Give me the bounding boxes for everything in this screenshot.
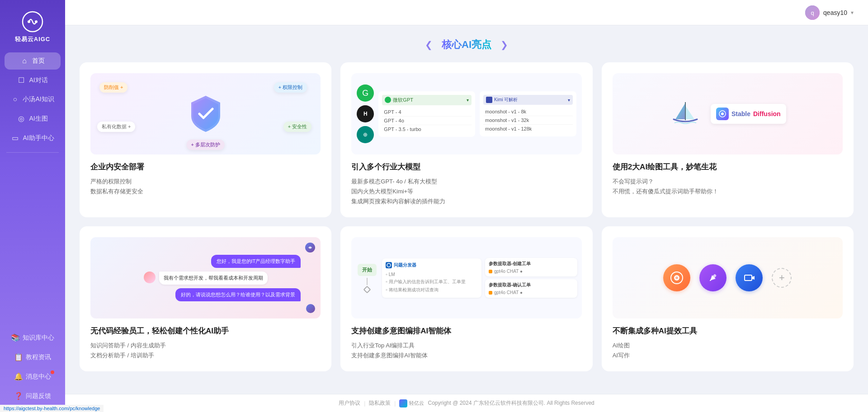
kimi-list: Kimi 可解析 ▾ moonshot - v1 - 8k moonshot -… bbox=[480, 91, 576, 136]
svg-point-10 bbox=[387, 263, 391, 267]
svg-marker-5 bbox=[675, 103, 685, 119]
tag-multilayer: + 多层次防护 bbox=[186, 140, 224, 150]
shield-svg bbox=[188, 94, 224, 134]
sidebar-item-aiassistant[interactable]: ▭ AI助手中心 bbox=[5, 129, 61, 147]
user-chat-avatar bbox=[144, 272, 156, 283]
svg-marker-6 bbox=[685, 106, 694, 119]
user-menu[interactable]: q qeasy10 ▾ bbox=[805, 5, 854, 20]
models-preview: G H ⊕ 微软GPT ▾ GPT - 4 GPT - 4o GPT - 3 bbox=[351, 73, 581, 154]
stable-diffusion-tool: Stable Diffusion bbox=[711, 104, 786, 124]
chat-bubble-2: 我有个需求想开发，帮我看看成本和开发周期 bbox=[159, 272, 268, 285]
sidebar-item-knowledgecenter-label: 知识库中心 bbox=[23, 334, 54, 342]
sidebar-item-aichat[interactable]: ☐ AI对话 bbox=[5, 71, 61, 89]
chat-row-2: 我有个需求想开发，帮我看看成本和开发周期 bbox=[144, 272, 268, 285]
chevron-down-icon: ▾ bbox=[851, 9, 854, 16]
confirm-ticket-text: gpt4o CHAT ● bbox=[494, 290, 523, 295]
create-ticket-item: gpt4o CHAT ● bbox=[489, 269, 574, 274]
card-tools: + 不断集成多种AI提效工具 AI绘图 AI写作 bbox=[602, 226, 854, 371]
card-security-desc-2: 数据私有存储更安全 bbox=[90, 187, 321, 197]
footer: 用户协议 | 隐私政策 | 轻亿云 Copyright @ 2024 广东轻亿云… bbox=[65, 394, 868, 412]
chat-bubble-1: 您好，我是您的IT产品经理数字助手 bbox=[211, 255, 301, 268]
card-multiagent: 开始 问题分发器 ▫ LM ▫ 用户输入的信息告诉到工单工、 bbox=[340, 226, 592, 371]
card-models-desc-1: 最新多模态GPT- 4o / 私有大模型 bbox=[351, 177, 581, 187]
person-icon: ○ bbox=[11, 95, 19, 103]
sidebar-item-knowledgecenter[interactable]: 📚 知识库中心 bbox=[5, 329, 61, 346]
flow-diamond bbox=[363, 286, 371, 293]
prev-arrow[interactable]: ❮ bbox=[425, 39, 433, 50]
section-title: 核心AI亮点 bbox=[442, 38, 491, 52]
sidebar-item-aidraw-label: AI生图 bbox=[29, 115, 47, 123]
card-security-desc: 严格的权限控制 数据私有存储更安全 bbox=[90, 177, 321, 197]
globe-icon: ◎ bbox=[17, 114, 25, 123]
card-models-title: 引入多个行业大模型 bbox=[351, 162, 581, 172]
content-area: ❮ 核心AI亮点 ❯ 防削值 + + 权限控制 私有化数据 + + 安全性 + … bbox=[65, 25, 868, 394]
card-security-desc-1: 严格的权限控制 bbox=[90, 177, 321, 187]
sidebar-item-tutorial[interactable]: 📋 教程资讯 bbox=[5, 348, 61, 366]
card-assistant: 您好，我是您的IT产品经理数字助手 我有个需求想开发，帮我看看成本和开发周期 好… bbox=[80, 226, 331, 371]
book-icon: 📚 bbox=[11, 333, 19, 342]
sidebar-item-knowledge[interactable]: ○ 小汤AI知识 bbox=[5, 91, 61, 108]
flow-item-lm: ▫ LM bbox=[386, 271, 478, 278]
flow-start: 开始 bbox=[356, 264, 378, 292]
drawing-preview: Stable Diffusion bbox=[613, 73, 843, 154]
home-icon: ⌂ bbox=[20, 57, 28, 65]
sidebar-item-feedback[interactable]: ❓ 问题反馈 bbox=[5, 387, 61, 405]
card-models-desc-2: 国内火热大模型Kimi+等 bbox=[351, 187, 581, 197]
sidebar: 轻易云AIGC ⌂ 首页 ☐ AI对话 ○ 小汤AI知识 ◎ AI生图 ▭ AI… bbox=[0, 0, 65, 412]
card-assistant-desc-2: 文档分析助手 / 培训助手 bbox=[90, 351, 321, 360]
create-ticket-header: 参数提取器-创建工单 bbox=[489, 261, 574, 267]
gpt-icon: G bbox=[357, 84, 374, 102]
kimi-item-1: moonshot - v1 - 8k bbox=[483, 108, 573, 116]
footer-logo-icon bbox=[399, 399, 407, 407]
sidebar-nav-top: ⌂ 首页 ☐ AI对话 ○ 小汤AI知识 ◎ AI生图 ▭ AI助手中心 bbox=[0, 52, 65, 147]
ai-logo-top bbox=[305, 243, 315, 253]
footer-link-terms[interactable]: 用户协议 bbox=[339, 399, 360, 407]
chat-icon: ☐ bbox=[17, 76, 25, 84]
sidebar-item-messages-label: 消息中心 bbox=[26, 373, 51, 381]
footer-link-privacy[interactable]: 隐私政策 bbox=[369, 399, 391, 407]
document-icon: 📋 bbox=[14, 353, 22, 361]
card-models-desc-3: 集成网页搜索和内容解读的插件能力 bbox=[351, 197, 581, 206]
flow-item-result: ▫ 将结果检测成功对话查询 bbox=[386, 286, 478, 294]
flow-item-user: ▫ 用户输入的信息告诉到工单工、工单里 bbox=[386, 278, 478, 286]
top-cards-row: 防削值 + + 权限控制 私有化数据 + + 安全性 + 多层次防护 bbox=[80, 62, 854, 217]
gpt-dot bbox=[385, 97, 391, 103]
sidebar-divider bbox=[6, 152, 58, 153]
bottom-cards-row: 您好，我是您的IT产品经理数字助手 我有个需求想开发，帮我看看成本和开发周期 好… bbox=[80, 226, 854, 371]
tag-quanxian: + 权限控制 bbox=[274, 82, 307, 93]
svg-point-2 bbox=[35, 20, 38, 23]
tool-paint-circle bbox=[663, 264, 690, 291]
sidebar-item-aidraw[interactable]: ◎ AI生图 bbox=[5, 110, 61, 127]
ai-logo-bottom bbox=[306, 304, 315, 313]
kimi-item-2: moonshot - v1 - 32k bbox=[483, 116, 573, 125]
tool-pen-circle bbox=[699, 264, 726, 291]
card-assistant-desc: 知识问答助手 / 内容生成助手 文档分析助手 / 培训助手 bbox=[90, 341, 321, 360]
bell-icon: 🔔 bbox=[14, 372, 22, 381]
tag-security: + 安全性 bbox=[283, 122, 311, 132]
next-arrow[interactable]: ❯ bbox=[500, 39, 508, 50]
dispatcher-header: 问题分发器 bbox=[386, 262, 478, 268]
status-url: https://aigctest.by-health.com/pc/knowle… bbox=[4, 406, 100, 411]
app-name: 轻易云AIGC bbox=[15, 35, 51, 43]
tools-preview: + bbox=[613, 237, 843, 318]
sd-icon bbox=[716, 108, 729, 120]
assistant-preview: 您好，我是您的IT产品经理数字助手 我有个需求想开发，帮我看看成本和开发周期 好… bbox=[90, 237, 321, 318]
avatar: q bbox=[805, 5, 820, 20]
gpt-header: 微软GPT ▾ bbox=[382, 95, 472, 105]
card-multiagent-desc-2: 支持创建多意图编排AI智能体 bbox=[351, 351, 581, 360]
orange-dot-2 bbox=[489, 291, 492, 295]
chat-bubble-3: 好的，请说说您想怎么用？给谁使用？以及需求背景 bbox=[175, 288, 301, 301]
card-tools-desc: AI绘图 AI写作 bbox=[613, 341, 843, 360]
sidebar-item-home[interactable]: ⌂ 首页 bbox=[5, 52, 61, 70]
svg-point-13 bbox=[675, 276, 678, 279]
tool-video-circle bbox=[736, 264, 763, 291]
sidebar-item-messages[interactable]: 🔔 消息中心 bbox=[5, 368, 61, 385]
gpt-dropdown-icon: ▾ bbox=[467, 98, 469, 103]
flow-dispatcher: 问题分发器 ▫ LM ▫ 用户输入的信息告诉到工单工、工单里 ▫ 将结果检测成功… bbox=[382, 258, 481, 298]
footer-logo-text: 轻亿云 bbox=[409, 400, 424, 407]
security-preview: 防削值 + + 权限控制 私有化数据 + + 安全性 + 多层次防护 bbox=[90, 73, 321, 154]
other-icon: ⊕ bbox=[357, 126, 374, 143]
svg-point-9 bbox=[721, 112, 724, 115]
sailboat-icon bbox=[669, 98, 702, 130]
gpt-item-3: GPT - 3.5 - turbo bbox=[382, 125, 472, 133]
